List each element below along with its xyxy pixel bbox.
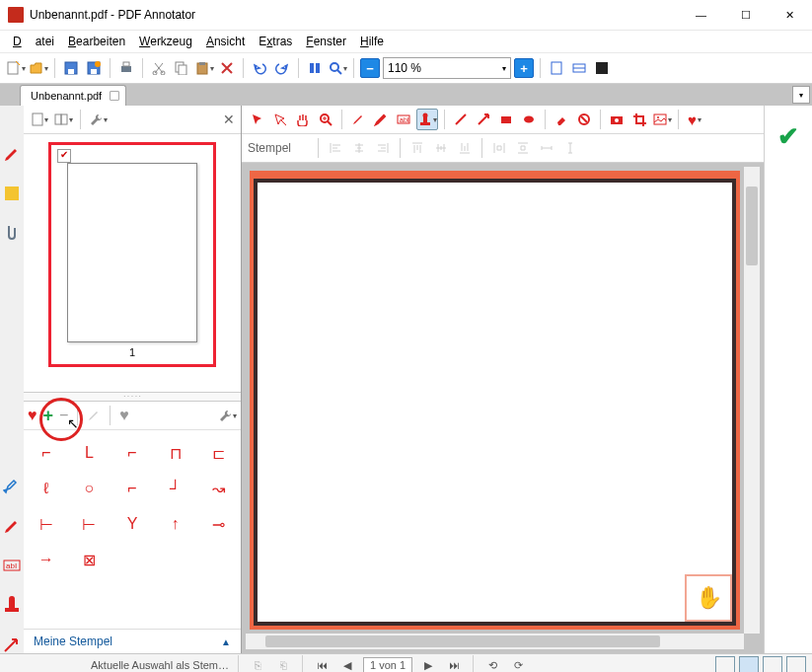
side-close-button[interactable]: ✕ — [223, 112, 235, 127]
paste-button[interactable]: ▾ — [194, 58, 214, 78]
stamp-item[interactable]: ⊢ — [71, 509, 109, 539]
new-button[interactable]: ▾ — [6, 58, 26, 78]
page-indicator[interactable]: 1 von 1 — [363, 657, 412, 672]
attachment-tool-icon[interactable] — [3, 224, 21, 242]
stamp-item[interactable]: ○ — [71, 474, 109, 503]
copy-button[interactable] — [172, 58, 191, 78]
next-page-button[interactable]: ▶ — [418, 655, 438, 672]
page-thumbnail[interactable]: ✔ 1 — [48, 142, 216, 367]
zoom-out-button[interactable]: − — [360, 58, 380, 78]
tab-overflow-button[interactable]: ▾ — [792, 86, 810, 104]
distribute-v-button[interactable] — [513, 138, 533, 158]
stamp-item[interactable]: → — [28, 545, 65, 574]
ellipse-tool[interactable] — [519, 110, 539, 129]
highlighter-tool[interactable] — [371, 110, 391, 129]
align-top-button[interactable] — [407, 138, 427, 158]
fit-page-button[interactable] — [547, 58, 566, 78]
equal-height-button[interactable] — [560, 138, 580, 158]
vertical-scrollbar[interactable] — [744, 167, 760, 634]
edit-stamp-button[interactable] — [87, 409, 101, 422]
menu-help[interactable]: Hilfe — [353, 32, 391, 51]
text-box-tool-icon[interactable]: abI — [3, 557, 21, 574]
thumbnail-check-icon[interactable]: ✔ — [57, 149, 71, 163]
menu-window[interactable]: Fenster — [299, 32, 353, 51]
confirm-check-icon[interactable]: ✔ — [777, 121, 799, 152]
fit-width-button[interactable] — [569, 58, 589, 78]
document-tab[interactable]: Unbenannt.pdf — [20, 85, 126, 106]
rectangle-tool[interactable] — [496, 110, 516, 129]
stamp-item[interactable]: ⌐ — [113, 438, 151, 468]
zoom-tool[interactable] — [316, 110, 335, 129]
stamp-tool-icon[interactable] — [3, 596, 21, 614]
history-back-button[interactable]: ⟲ — [482, 655, 502, 672]
canvas-viewport[interactable]: ✋ — [246, 167, 760, 649]
crop-tool[interactable] — [629, 110, 649, 129]
camera-tool[interactable] — [607, 110, 627, 129]
menu-view[interactable]: Ansicht — [199, 32, 252, 51]
side-wrench-button[interactable]: ▾ — [88, 110, 108, 129]
redo-button[interactable] — [272, 58, 292, 78]
stamp-item[interactable]: ⊢ — [28, 509, 65, 539]
distribute-h-button[interactable] — [489, 138, 509, 158]
stamp-item[interactable]: ⌐ — [28, 438, 65, 468]
favorite-filter-icon[interactable]: ♥ — [119, 407, 129, 424]
pan-tool[interactable] — [293, 110, 313, 129]
stamp-item[interactable]: ⊠ — [71, 545, 109, 574]
menu-edit[interactable]: Bearbeiten — [61, 32, 132, 51]
stamp-category-header[interactable]: Meine Stempel▲ — [24, 629, 241, 653]
lasso-tool[interactable] — [270, 110, 290, 129]
stamp-item[interactable]: L — [71, 438, 109, 468]
cut-button[interactable] — [149, 58, 169, 78]
remove-stamp-button[interactable]: − — [59, 407, 68, 424]
pen-tool[interactable] — [348, 110, 368, 129]
undo-button[interactable] — [250, 58, 269, 78]
status-nav2[interactable]: ⎗ — [273, 655, 293, 672]
first-page-button[interactable]: ⏮ — [312, 655, 332, 672]
text-tool[interactable]: abI — [394, 110, 413, 129]
find-button[interactable] — [305, 58, 325, 78]
fullscreen-button[interactable] — [592, 58, 612, 78]
maximize-button[interactable]: ☐ — [723, 0, 768, 30]
save-button[interactable] — [61, 58, 81, 78]
image-tool[interactable]: ▾ — [652, 110, 672, 129]
view-single-button[interactable] — [715, 656, 735, 672]
stamp-item[interactable]: Y — [113, 509, 151, 539]
side-page-button[interactable]: ▾ — [30, 110, 49, 129]
select-tool[interactable] — [248, 110, 267, 129]
align-middle-button[interactable] — [431, 138, 451, 158]
stamp-item[interactable]: ↑ — [157, 509, 194, 539]
save-as-button[interactable] — [84, 58, 104, 78]
add-stamp-button[interactable]: + — [43, 406, 54, 426]
open-button[interactable]: ▾ — [29, 58, 48, 78]
menu-file[interactable]: Datei — [6, 32, 61, 51]
align-bottom-button[interactable] — [455, 138, 475, 158]
arrow-tool-icon[interactable] — [3, 635, 21, 653]
note-tool-icon[interactable] — [3, 185, 21, 202]
view-twoup-continuous-button[interactable] — [786, 656, 806, 672]
align-right-button[interactable] — [373, 138, 393, 158]
stamp-item[interactable]: ┘ — [157, 474, 194, 503]
history-forward-button[interactable]: ⟳ — [508, 655, 528, 672]
align-center-button[interactable] — [349, 138, 369, 158]
side-book-button[interactable]: ▾ — [53, 110, 73, 129]
arrow-shape-tool[interactable] — [474, 110, 493, 129]
eraser-tool[interactable] — [552, 110, 571, 129]
line-tool[interactable] — [451, 110, 471, 129]
view-continuous-button[interactable] — [739, 656, 759, 672]
delete-button[interactable] — [217, 58, 237, 78]
stamp-item[interactable]: ⊏ — [199, 438, 237, 468]
menu-extras[interactable]: Extras — [252, 32, 299, 51]
horizontal-scrollbar[interactable] — [246, 634, 744, 649]
pan-mode-button[interactable]: ✋ — [685, 574, 732, 622]
erase-area-tool[interactable] — [574, 110, 594, 129]
minimize-button[interactable]: — — [679, 0, 723, 30]
prev-page-button[interactable]: ◀ — [337, 655, 357, 672]
print-button[interactable] — [116, 58, 136, 78]
close-button[interactable]: ✕ — [768, 0, 812, 30]
stamp-item[interactable]: ⌐ — [113, 474, 151, 503]
stamp-wrench-button[interactable]: ▾ — [217, 406, 237, 425]
document-page[interactable] — [250, 171, 740, 630]
stamp-item[interactable]: ⊸ — [199, 509, 237, 539]
status-nav1[interactable]: ⎘ — [248, 655, 267, 672]
marker-tool-icon[interactable] — [3, 478, 21, 495]
